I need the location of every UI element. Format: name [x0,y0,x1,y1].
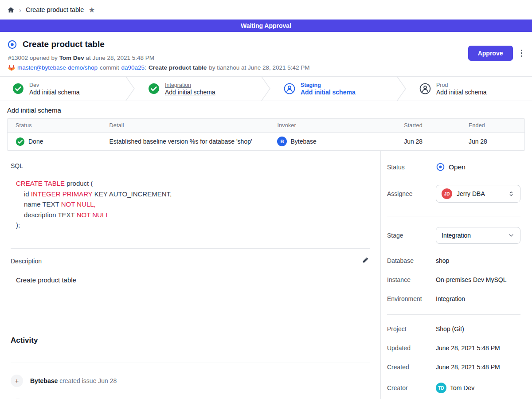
stage-env-label: Staging [301,82,356,88]
activity-divider [11,363,370,363]
stage-prod[interactable]: Prod Add initial schema [407,77,532,101]
updated-label: Updated [387,344,436,352]
environment-value: Integration [436,295,465,302]
stage-separator [125,77,136,101]
stage-done-icon [12,83,24,94]
sidebar-divider [387,314,520,315]
issue-sidebar: Status Open Assignee JD Jerry DBA [380,151,532,399]
assignee-avatar: JD [442,188,452,199]
pencil-icon [362,257,369,264]
stage-integration[interactable]: Integration Add initial schema [136,77,261,101]
pipeline-stages: Dev Add initial schema Integration Add i… [0,76,532,101]
breadcrumb-title: Create product table [26,6,84,13]
stage-staging[interactable]: Staging Add initial schema [271,77,396,101]
project-value: Shop (Git) [436,325,464,332]
creator-avatar: TD [436,383,446,393]
stage-pending-approval-icon [284,83,295,94]
stage-select[interactable]: Integration [436,227,520,244]
task-started: Jun 28 [400,138,465,145]
database-value: shop [436,257,449,264]
issue-header: Create product table #13002 opened by To… [0,32,532,76]
description-label: Description [11,258,42,265]
stage-pending-icon [419,83,431,94]
task-ended: Jun 28 [465,138,524,145]
stage-done-icon [148,83,160,94]
table-row[interactable]: Done Established baseline version %s for… [8,133,524,150]
status-banner-text: Waiting Approval [241,22,291,29]
issue-detail-panel: SQL CREATE TABLE product ( id INTEGER PR… [0,151,380,399]
task-section: Add initial schema Status Detail Invoker… [0,101,532,151]
database-label: Database [387,257,436,264]
task-invoker: Bytebase [290,138,316,145]
creator-label: Creator [387,384,436,391]
column-detail: Detail [106,122,274,129]
stage-env-label: Integration [165,82,215,88]
commit-info: master@bytebase-demo/shop commit da90a25… [8,64,310,71]
task-table: Status Detail Invoker Started Ended Done… [7,118,525,151]
plus-icon: + [11,375,23,387]
updated-value: June 28, 2021 5:48 PM [436,344,500,352]
breadcrumb-chevron-icon: › [19,6,21,14]
instance-label: Instance [387,276,436,283]
task-table-header: Status Detail Invoker Started Ended [8,119,524,133]
environment-label: Environment [387,295,436,302]
assignee-select[interactable]: JD Jerry DBA [436,185,520,203]
created-value: June 28, 2021 5:48 PM [436,364,500,371]
status-value: Open [449,163,466,171]
created-label: Created [387,364,436,371]
app-window: › Create product table ★ Waiting Approva… [0,0,532,399]
stage-task-label: Add initial schema [436,89,487,96]
bytebase-avatar: B [277,137,287,146]
sql-code: CREATE TABLE product ( id INTEGER PRIMAR… [11,178,370,231]
issue-author: Tom Dev [59,55,84,61]
issue-meta: #13002 opened by Tom Dev at June 28, 202… [8,55,310,61]
edit-description-button[interactable] [361,256,370,266]
status-label: Status [387,164,436,171]
activity-entry: + Bytebase created issue Jun 28 [11,375,370,387]
selector-icon [508,190,515,197]
task-status: Done [28,138,43,145]
creator-name: Tom Dev [450,384,474,391]
gitlab-icon [8,64,15,71]
project-label: Project [387,325,436,332]
status-banner: Waiting Approval [0,20,532,32]
activity-heading: Activity [11,336,370,345]
task-detail: Established baseline version %s for data… [106,138,274,145]
stage-separator [261,77,271,101]
activity-action: created issue [59,377,96,384]
task-heading: Add initial schema [7,106,525,114]
commit-hash-link[interactable]: da90a25 [121,64,145,71]
column-invoker: Invoker [274,122,400,129]
stage-dev[interactable]: Dev Add initial schema [0,77,125,101]
stage-env-label: Dev [29,82,80,88]
description-text: Create product table [16,276,370,284]
branch-link[interactable]: master@bytebase-demo/shop [17,64,98,71]
done-check-icon [16,137,25,146]
star-icon[interactable]: ★ [88,6,95,14]
open-issue-icon [7,39,17,50]
section-divider [11,248,370,249]
home-icon[interactable] [7,6,15,14]
chevron-down-icon [508,232,515,239]
column-status: Status [8,122,106,129]
assignee-name: Jerry DBA [457,190,503,197]
approve-button[interactable]: Approve [468,46,513,61]
open-status-icon [436,162,445,172]
activity-date: Jun 28 [98,377,117,384]
stage-env-label: Prod [436,82,487,88]
stage-separator [396,77,407,101]
more-actions-button[interactable] [518,48,525,59]
activity-actor: Bytebase [30,377,58,384]
instance-value: On-premises Dev MySQL [436,276,506,283]
commit-message: Create product table [149,64,207,71]
sidebar-divider [387,216,520,216]
sql-label: SQL [11,162,370,169]
stage-value: Integration [442,232,503,239]
stage-task-label: Add initial schema [29,89,80,96]
stage-task-label: Add initial schema [165,89,215,96]
breadcrumb: › Create product table ★ [0,0,532,20]
page-title: Create product table [23,39,105,49]
column-started: Started [400,122,465,129]
column-ended: Ended [465,122,524,129]
activity-connector-line [18,389,18,398]
